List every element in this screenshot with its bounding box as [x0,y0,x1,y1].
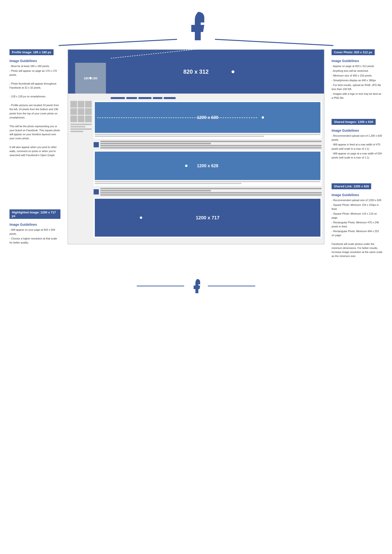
sep-line-4 [100,147,322,148]
content-rows: 1200 x 630 [70,101,322,240]
sidebar-line-2 [70,126,85,127]
shared-image-dot [262,116,264,119]
profile-guidelines-text: - Must be at least 180 x 180 pixels. - P… [9,64,60,157]
sidebar-mockup [70,101,92,240]
highlighted-post: 1200 x 717 [94,198,322,238]
shared-image-post: 1200 x 630 [94,101,322,139]
sidebar-photo-3 [85,101,92,108]
post-line-d [95,183,242,184]
page-content-area: 1200 x 630 [68,94,324,244]
sidebar-photo-1 [70,101,77,108]
sidebar-photo-6 [85,108,92,115]
sep-blue-square [94,142,99,147]
highlighted-guidelines-text: - Will appear on your page at 843 x 504 … [9,228,60,245]
mockup-container: 820 x 312 180 x 180 [68,49,324,244]
profile-image-mockup: 180 x 180 [75,63,106,94]
sep-line-2 [100,143,211,144]
shared-link-badge: Shared Link: 1200 x 628 [332,183,371,189]
feed-area: 1200 x 630 [94,101,322,240]
cover-guidelines-title: Image Guidelines [332,59,383,63]
sidebar-line-3 [70,128,92,130]
shared-images-section: Shared Images: 1200 x 630 Image Guidelin… [332,119,383,159]
post-line-b [95,136,264,137]
cover-dashed-line [111,44,242,58]
sep-line-3 [100,145,322,146]
sidebar-photo-7 [70,116,77,122]
center-column: 820 x 312 180 x 180 [64,49,328,259]
left-column: Profile Image: 180 x 180 px Image Guidel… [9,49,64,259]
shared-link-section: Shared Link: 1200 x 628 Image Guidelines… [332,183,383,258]
profile-image-label: 180 x 180 [84,76,98,80]
post-line-c [95,181,320,182]
cover-photo-mockup: 820 x 312 [68,50,324,94]
shared-link-guidelines-text: - Recommended upload size of 1200 x 628 … [332,198,383,258]
main-content: Profile Image: 180 x 180 px Image Guidel… [0,45,392,264]
shared-images-badge: Shared Images: 1200 x 630 [332,119,376,125]
header-divider [0,39,392,40]
cover-photo-dot [231,70,234,73]
shared-link-guidelines-title: Image Guidelines [332,193,383,197]
highlighted-image-badge: Highlighted Image: 1200 x 717 px [9,209,60,219]
shared-image-mockup: 1200 x 630 [95,102,320,133]
nav-item-5 [164,97,176,99]
profile-guidelines-title: Image Guidelines [9,59,60,63]
sidebar-photo-4 [70,108,77,115]
cover-profile-area: 820 x 312 180 x 180 [68,50,324,94]
nav-item-1 [111,97,125,99]
post-lines-1 [95,134,320,137]
sidebar-photo-grid [70,101,92,122]
separator-row-1 [94,141,322,148]
post-line-a [95,134,320,135]
right-column: Cover Photo: 820 x 312 px Image Guidelin… [328,49,383,259]
sidebar-line-1 [70,124,92,125]
facebook-logo-icon [0,9,392,41]
shared-link-label: 1200 x 628 [197,163,218,168]
sidebar-photo-5 [78,108,84,115]
footer-facebook-logo [189,278,203,294]
footer-lines [0,278,392,294]
highlighted-guidelines-title: Image Guidelines [9,223,60,226]
sep-line-7 [100,192,322,194]
sep-blue-square-2 [94,189,99,194]
sep-lines [100,141,322,148]
sidebar-photo-8 [78,116,84,122]
cover-photo-section: Cover Photo: 820 x 312 px Image Guidelin… [332,49,383,100]
shared-link-post: 1200 x 628 [94,150,322,186]
sep-lines-2 [100,188,322,196]
shared-images-guidelines-text: - Recommended upload size of 1,200 x 630… [332,134,383,159]
sep-line-1 [100,141,322,142]
nav-item-2 [126,97,137,99]
header [0,0,392,45]
footer [0,264,392,301]
profile-image-badge: Profile Image: 180 x 180 px [9,49,54,55]
sep-line-8 [100,194,322,196]
highlighted-dot [140,216,142,219]
sidebar-line-4 [70,131,83,132]
cover-photo-badge: Cover Photo: 820 x 312 px [332,49,375,55]
separator-row-2 [94,188,322,196]
post-lines-2 [95,181,320,184]
shared-link-dot [185,165,188,167]
sidebar-photo-9 [85,116,92,122]
shared-image-dashed [97,118,257,118]
shared-images-guidelines-title: Image Guidelines [332,129,383,132]
nav-item-4 [153,97,162,99]
highlighted-mockup: 1200 x 717 [95,199,320,237]
sep-line-5 [100,188,322,189]
sep-line-6 [100,190,211,191]
footer-line-right [208,286,255,286]
cover-photo-label: 820 x 312 [183,69,209,75]
shared-link-mockup: 1200 x 628 [95,152,320,180]
highlighted-label: 1200 x 717 [196,215,219,221]
sidebar-photo-2 [78,101,84,108]
nav-item-3 [138,97,151,99]
cover-guidelines-text: - Appear on page at 820 x 312 pixels - A… [332,64,383,100]
nav-bar-mockup [70,97,322,99]
footer-line-left [137,286,184,286]
